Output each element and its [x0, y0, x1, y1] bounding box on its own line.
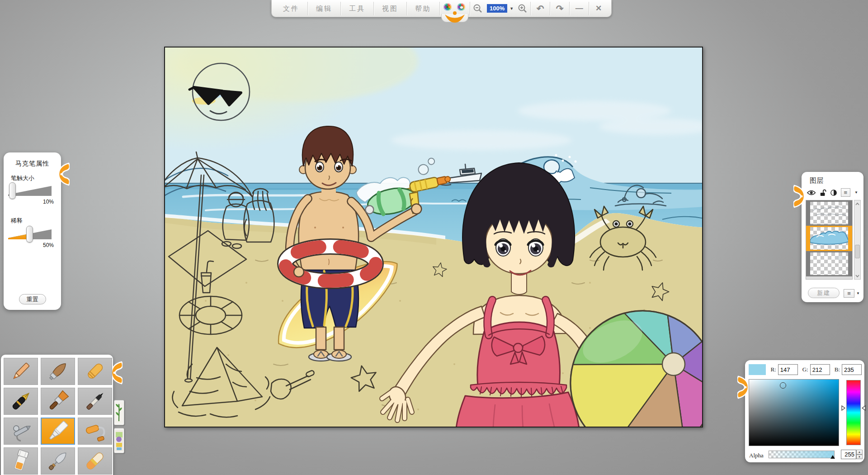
undo-button[interactable]: ↶	[531, 0, 549, 17]
marker-icon	[45, 418, 71, 444]
clown-mouth-icon	[444, 14, 465, 23]
drawing-canvas[interactable]	[164, 47, 703, 428]
picture-stamp-tab[interactable]	[114, 428, 124, 453]
layer-thumbnail-empty	[810, 252, 849, 275]
marker-panel-title: 马克笔属性	[4, 160, 61, 168]
plant-stamp-icon	[115, 402, 123, 423]
layers-panel: 图层 ≡ ▼	[802, 172, 863, 302]
tool-eraser[interactable]	[78, 447, 112, 475]
eraser-icon	[82, 448, 108, 474]
new-layer-button[interactable]: 新建	[808, 288, 840, 298]
green-channel-label: G:	[802, 366, 808, 373]
green-channel-input[interactable]	[810, 364, 830, 375]
alpha-spin-down-button[interactable]: ▼	[856, 455, 863, 460]
visibility-eye-icon[interactable]	[807, 189, 816, 196]
menu-tools[interactable]: 工具	[341, 0, 373, 17]
alpha-spinner: ▲ ▼	[841, 450, 863, 459]
tool-color-pencil[interactable]	[4, 358, 38, 385]
tool-wood-pencil[interactable]	[41, 358, 75, 385]
clown-right-eye-icon	[457, 3, 465, 11]
zoom-level-value[interactable]: 100%	[487, 4, 507, 13]
layers-panel-title: 图层	[810, 176, 823, 185]
layer-menu-button[interactable]: ≡	[841, 188, 850, 197]
chevron-down-icon[interactable]: ▼	[509, 6, 514, 11]
tool-marker-selected[interactable]	[41, 418, 75, 445]
zoom-in-icon	[518, 4, 528, 14]
layer-thumbnail-blue-wave	[810, 227, 849, 250]
layer-row-blue-wave-selected[interactable]	[806, 226, 852, 251]
clown-mascot-button[interactable]	[440, 0, 469, 17]
tool-grid	[4, 358, 112, 475]
tool-fountain-pen[interactable]	[4, 388, 38, 415]
tool-crayon[interactable]	[78, 358, 112, 385]
menu-view[interactable]: 视图	[374, 0, 406, 17]
tool-palette-panel	[1, 355, 113, 475]
unlocked-padlock-icon[interactable]	[820, 189, 826, 196]
layer-list-scrollbar[interactable]	[854, 200, 861, 280]
toolbar-separator	[569, 2, 570, 15]
scroll-down-icon[interactable]	[854, 272, 860, 279]
fountain-pen-icon	[8, 389, 33, 414]
reset-button[interactable]: 重置	[19, 294, 46, 304]
menu-edit[interactable]: 编辑	[308, 0, 340, 17]
panel-clip-handle[interactable]	[737, 375, 749, 400]
panel-clip-handle[interactable]	[793, 184, 805, 209]
hue-marker-left-icon[interactable]	[841, 405, 845, 411]
dilution-label: 稀释	[11, 217, 23, 225]
panel-clip-handle[interactable]	[58, 162, 70, 187]
tool-airbrush[interactable]	[4, 418, 38, 445]
layer-row-top-sketch[interactable]	[806, 200, 852, 226]
color-picker-panel: R: G: B: Alpha ▲ ▼	[745, 360, 864, 462]
app-window: { "toolbar": { "menus": [ {"label": "文件"…	[0, 0, 868, 475]
red-channel-input[interactable]	[778, 364, 798, 375]
menu-file[interactable]: 文件	[275, 0, 307, 17]
dilution-slider-thumb[interactable]	[26, 226, 33, 242]
scroll-up-icon[interactable]	[854, 200, 860, 207]
alpha-marker-icon[interactable]	[830, 455, 835, 459]
panel-clip-handle[interactable]	[111, 360, 123, 385]
tool-palette-knife[interactable]	[41, 447, 75, 475]
main-toolbar: 文件 编辑 工具 视图 帮助 100% ▼ ↶ ↷	[271, 0, 612, 17]
toolbar-separator	[470, 2, 470, 15]
close-button[interactable]: ✕	[590, 0, 608, 17]
plant-stamp-tab[interactable]	[114, 400, 124, 425]
picture-stamp-icon	[115, 430, 123, 451]
zoom-in-button[interactable]	[515, 0, 530, 17]
hue-bar[interactable]	[846, 380, 861, 445]
ink-brush-icon	[82, 389, 108, 414]
menu-help[interactable]: 帮助	[407, 0, 439, 17]
saturation-value-box[interactable]	[749, 379, 839, 446]
sv-cursor[interactable]	[780, 382, 786, 389]
tool-paint-roller[interactable]	[78, 418, 112, 445]
hue-marker-right-icon[interactable]	[862, 405, 866, 411]
toolbar-separator	[406, 2, 407, 15]
redo-button[interactable]: ↷	[551, 0, 569, 17]
layer-list-menu-button[interactable]: ≡	[844, 289, 854, 298]
minimize-button[interactable]: —	[570, 0, 588, 17]
alpha-value-input[interactable]	[841, 450, 856, 459]
clown-left-eye-icon	[443, 3, 452, 11]
tool-flat-brush[interactable]	[41, 388, 75, 415]
wood-pencil-icon	[45, 359, 71, 384]
zoom-out-button[interactable]	[471, 0, 485, 17]
toolbar-separator	[340, 2, 341, 15]
brush-size-label: 笔触大小	[11, 174, 34, 182]
brush-size-slider-thumb[interactable]	[9, 182, 16, 199]
zoom-level-combobox[interactable]: 100% ▼	[485, 0, 515, 17]
alpha-spin-up-button[interactable]: ▲	[856, 450, 863, 455]
current-color-swatch	[749, 364, 766, 375]
layer-list	[806, 200, 853, 280]
opacity-contrast-icon[interactable]	[830, 189, 837, 196]
red-channel-label: R:	[770, 366, 776, 373]
alpha-bar[interactable]	[769, 451, 835, 458]
chevron-down-icon[interactable]: ▼	[856, 291, 860, 295]
blue-channel-input[interactable]	[842, 364, 862, 375]
tool-ink-brush[interactable]	[78, 388, 112, 415]
toolbar-separator	[439, 2, 440, 15]
layer-row-bottom-empty[interactable]	[806, 251, 852, 276]
tool-paint-jar[interactable]	[4, 447, 38, 475]
chevron-down-icon[interactable]: ▼	[854, 190, 858, 195]
toolbar-separator	[373, 2, 374, 15]
beach-scene-artwork	[165, 48, 703, 428]
scrollbar-thumb[interactable]	[855, 245, 860, 258]
